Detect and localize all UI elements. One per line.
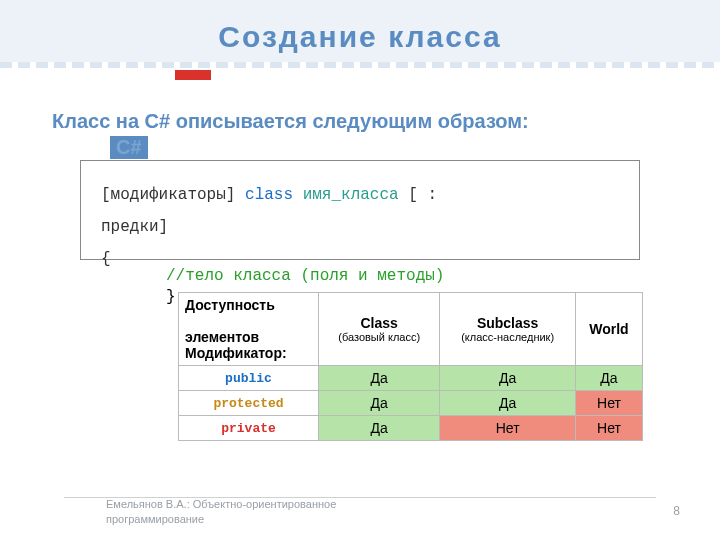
cell-yes: Да bbox=[440, 391, 576, 416]
cell-yes: Да bbox=[440, 366, 576, 391]
code-text: [ : bbox=[399, 186, 437, 204]
cell-yes: Да bbox=[319, 366, 440, 391]
modifier-private: private bbox=[179, 416, 319, 441]
modifier-public: public bbox=[179, 366, 319, 391]
code-block: [модификаторы] class имя_класса [ : пред… bbox=[80, 160, 640, 260]
access-modifiers-table: Доступность элементов Модификатор: Class… bbox=[178, 292, 643, 441]
header-world: World bbox=[575, 293, 642, 366]
header-divider bbox=[0, 62, 720, 68]
footer-text: Емельянов В.А.: Объектно-ориентированное… bbox=[106, 497, 406, 526]
table-header-row: Доступность элементов Модификатор: Class… bbox=[179, 293, 643, 366]
identifier: имя_класса bbox=[303, 186, 399, 204]
code-close-brace: } bbox=[166, 288, 176, 306]
header-subclass: Subclass (класс-наследник) bbox=[440, 293, 576, 366]
table-row: private Да Нет Нет bbox=[179, 416, 643, 441]
page-title: Создание класса bbox=[0, 20, 720, 54]
modifier-protected: protected bbox=[179, 391, 319, 416]
csharp-tag: C# bbox=[110, 136, 148, 159]
subtitle: Класс на С# описывается следующим образо… bbox=[52, 108, 612, 134]
code-text bbox=[293, 186, 303, 204]
table-row: public Да Да Да bbox=[179, 366, 643, 391]
cell-no: Нет bbox=[575, 391, 642, 416]
code-text: { bbox=[101, 250, 111, 268]
cell-no: Нет bbox=[440, 416, 576, 441]
table-row: protected Да Да Нет bbox=[179, 391, 643, 416]
code-comment: //тело класса (поля и методы) bbox=[166, 264, 444, 290]
header-class: Class (базовый класс) bbox=[319, 293, 440, 366]
keyword-class: class bbox=[245, 186, 293, 204]
code-text: предки] bbox=[101, 218, 168, 236]
cell-yes: Да bbox=[319, 416, 440, 441]
page-number: 8 bbox=[673, 504, 680, 518]
cell-yes: Да bbox=[575, 366, 642, 391]
header-accessibility: Доступность элементов Модификатор: bbox=[179, 293, 319, 366]
cell-no: Нет bbox=[575, 416, 642, 441]
code-text: [модификаторы] bbox=[101, 186, 245, 204]
accent-bar bbox=[175, 70, 211, 80]
cell-yes: Да bbox=[319, 391, 440, 416]
